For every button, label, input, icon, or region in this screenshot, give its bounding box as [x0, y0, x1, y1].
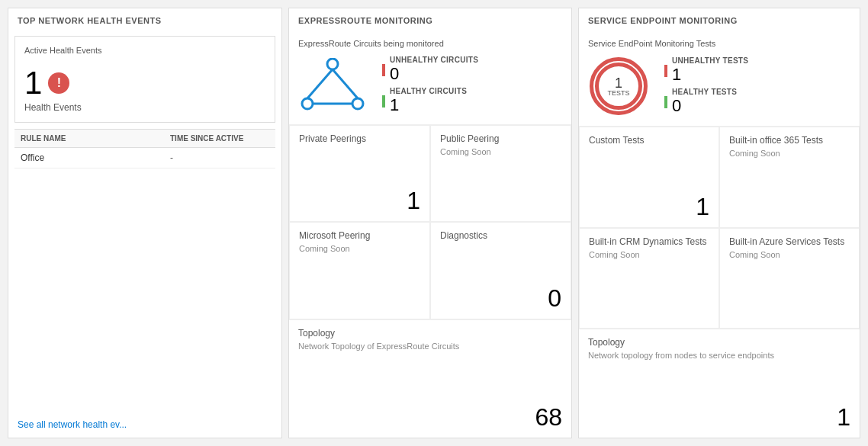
svg-point-2	[352, 98, 363, 109]
mid-panel: EXPRESSROUTE MONITORING ExpressRoute Cir…	[288, 8, 572, 438]
er-topology-value: 68	[535, 403, 562, 432]
left-panel: TOP NETWORK HEALTH EVENTS Active Health …	[8, 8, 282, 438]
er-topology-cell[interactable]: Topology Network Topology of ExpressRout…	[289, 319, 571, 438]
right-panel: SERVICE ENDPOINT MONITORING Service EndP…	[578, 8, 860, 438]
private-peerings-title: Private Peerings	[299, 133, 420, 144]
private-peerings-cell[interactable]: Private Peerings 1	[289, 125, 430, 222]
public-peering-title: Public Peering	[440, 133, 561, 144]
donut-chart: 1 TESTS	[588, 56, 649, 117]
er-unhealthy-row: UNHEALTHY CIRCUITS 0	[382, 56, 478, 84]
svg-point-0	[327, 59, 338, 69]
donut-label: 1 TESTS	[607, 76, 629, 97]
health-events-table: RULE NAME TIME SINCE ACTIVE Office -	[14, 129, 275, 168]
row-rule: Office	[21, 152, 170, 163]
sep-topology-subtitle: Network topology from nodes to service e…	[588, 351, 850, 360]
builtin-crm-cell[interactable]: Built-in CRM Dynamics Tests Coming Soon	[579, 228, 719, 329]
custom-tests-title: Custom Tests	[589, 135, 709, 146]
er-topology-title: Topology	[298, 328, 562, 339]
er-unhealthy-bar	[382, 64, 385, 76]
builtin-azure-coming: Coming Soon	[729, 250, 850, 259]
er-subtitle: ExpressRoute Circuits being monitored	[298, 39, 562, 48]
builtin-azure-cell[interactable]: Built-in Azure Services Tests Coming Soo…	[719, 228, 860, 329]
sep-sub-grid: Custom Tests 1 Built-in office 365 Tests…	[579, 127, 860, 438]
er-sub-grid: Private Peerings 1 Public Peering Coming…	[289, 125, 571, 438]
sep-healthy-value: 0	[672, 96, 737, 116]
microsoft-peering-cell[interactable]: Microsoft Peering Coming Soon	[289, 222, 430, 319]
svg-point-1	[302, 98, 313, 109]
public-peering-coming: Coming Soon	[440, 147, 561, 156]
col-rule-name: RULE NAME	[21, 134, 170, 143]
public-peering-cell[interactable]: Public Peering Coming Soon	[430, 125, 571, 222]
sep-subtitle: Service EndPoint Monitoring Tests	[588, 39, 850, 48]
er-triangle-icon	[298, 58, 367, 114]
private-peerings-value: 1	[407, 187, 420, 215]
sep-unhealthy-bar	[664, 65, 667, 77]
sep-topology-title: Topology	[588, 337, 850, 348]
sep-stats: UNHEALTHY TESTS 1 HEALTHY TESTS 0	[664, 56, 748, 116]
table-row: Office -	[14, 148, 275, 168]
builtin-office-cell[interactable]: Built-in office 365 Tests Coming Soon	[719, 127, 860, 228]
col-time-active: TIME SINCE ACTIVE	[170, 134, 269, 143]
sep-topology-value: 1	[837, 403, 850, 432]
right-panel-inner: SERVICE ENDPOINT MONITORING Service EndP…	[578, 8, 860, 438]
er-healthy-bar	[382, 95, 385, 107]
mid-panel-inner: EXPRESSROUTE MONITORING ExpressRoute Cir…	[288, 8, 572, 438]
er-topology-subtitle: Network Topology of ExpressRoute Circuit…	[298, 342, 562, 351]
er-healthy-row: HEALTHY CIRCUITS 1	[382, 87, 478, 115]
diagnostics-value: 0	[548, 284, 561, 313]
health-subtitle: Active Health Events	[24, 46, 265, 55]
svg-line-4	[333, 69, 358, 98]
dashboard: TOP NETWORK HEALTH EVENTS Active Health …	[0, 0, 868, 446]
left-panel-title: TOP NETWORK HEALTH EVENTS	[8, 8, 281, 30]
donut-count: 1	[615, 75, 622, 91]
sep-unhealthy-row: UNHEALTHY TESTS 1	[664, 56, 748, 85]
right-panel-title: SERVICE ENDPOINT MONITORING	[579, 8, 860, 30]
diagnostics-cell[interactable]: Diagnostics 0	[430, 222, 571, 319]
svg-line-3	[307, 69, 333, 98]
er-main-row: UNHEALTHY CIRCUITS 0 HEALTHY CIRCUITS 1	[298, 56, 562, 115]
health-events-card: Active Health Events 1 ! Health Events	[14, 36, 275, 123]
er-unhealthy-label: UNHEALTHY CIRCUITS	[390, 56, 478, 64]
sep-top-card: Service EndPoint Monitoring Tests 1	[579, 30, 860, 127]
alert-icon: !	[48, 72, 69, 94]
sep-healthy-bar	[664, 96, 667, 108]
builtin-office-title: Built-in office 365 Tests	[729, 135, 850, 146]
sep-main-row: 1 TESTS UNHEALTHY TESTS 1	[588, 56, 850, 117]
er-healthy-label: HEALTHY CIRCUITS	[390, 87, 467, 95]
mid-panel-title: EXPRESSROUTE MONITORING	[289, 8, 571, 30]
sep-topology-cell[interactable]: Topology Network topology from nodes to …	[579, 329, 860, 438]
builtin-azure-title: Built-in Azure Services Tests	[729, 236, 850, 247]
donut-tests-label: TESTS	[607, 90, 629, 97]
builtin-crm-coming: Coming Soon	[589, 250, 709, 259]
custom-tests-cell[interactable]: Custom Tests 1	[579, 127, 719, 228]
er-stats: UNHEALTHY CIRCUITS 0 HEALTHY CIRCUITS 1	[382, 56, 478, 115]
builtin-office-coming: Coming Soon	[729, 149, 850, 158]
health-label: Health Events	[24, 102, 265, 113]
table-header: RULE NAME TIME SINCE ACTIVE	[14, 129, 275, 148]
health-count-row: 1 !	[24, 67, 265, 99]
sep-unhealthy-label: UNHEALTHY TESTS	[672, 56, 748, 65]
microsoft-peering-coming: Coming Soon	[299, 244, 420, 253]
microsoft-peering-title: Microsoft Peering	[299, 230, 420, 241]
health-number: 1	[24, 67, 42, 99]
er-healthy-value: 1	[390, 95, 467, 115]
custom-tests-value: 1	[696, 193, 709, 221]
see-all-link[interactable]: See all network health ev...	[8, 412, 281, 438]
sep-healthy-row: HEALTHY TESTS 0	[664, 88, 748, 116]
sep-unhealthy-value: 1	[672, 65, 748, 85]
row-time: -	[170, 152, 269, 163]
sep-healthy-label: HEALTHY TESTS	[672, 88, 737, 96]
er-unhealthy-value: 0	[390, 64, 478, 84]
expressroute-card: ExpressRoute Circuits being monitored	[289, 30, 571, 125]
builtin-crm-title: Built-in CRM Dynamics Tests	[589, 236, 709, 247]
diagnostics-title: Diagnostics	[440, 230, 561, 241]
